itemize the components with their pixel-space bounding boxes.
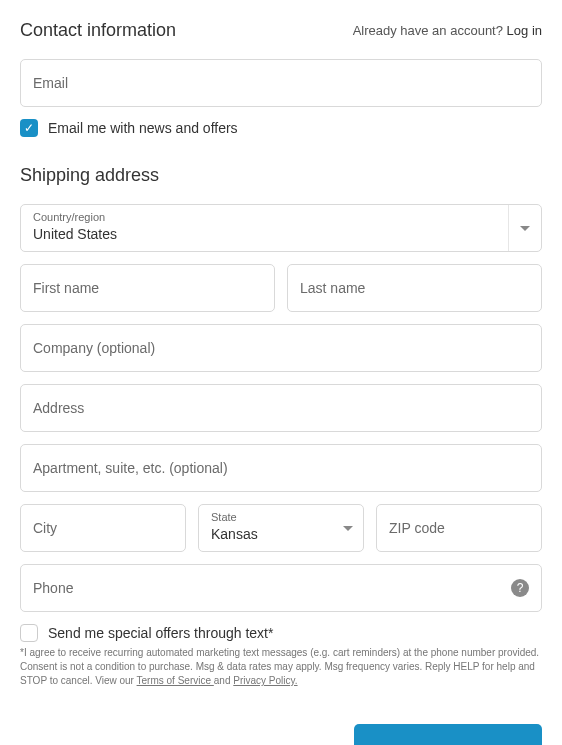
company-field-wrapper[interactable] bbox=[20, 324, 542, 372]
continue-button[interactable]: Continue to shipping bbox=[354, 724, 542, 745]
login-prompt: Already have an account? Log in bbox=[353, 23, 542, 38]
email-field-wrapper[interactable] bbox=[20, 59, 542, 107]
privacy-link[interactable]: Privacy Policy. bbox=[233, 675, 297, 686]
chevron-down-icon bbox=[343, 526, 353, 531]
check-icon: ✓ bbox=[24, 122, 34, 134]
sms-checkbox-label: Send me special offers through text* bbox=[48, 625, 273, 641]
apartment-field[interactable] bbox=[33, 460, 529, 476]
news-checkbox-label: Email me with news and offers bbox=[48, 120, 238, 136]
state-value[interactable] bbox=[211, 526, 333, 542]
news-checkbox[interactable]: ✓ bbox=[20, 119, 38, 137]
phone-field-wrapper[interactable]: ? bbox=[20, 564, 542, 612]
country-select[interactable]: Country/region bbox=[20, 204, 542, 252]
city-field[interactable] bbox=[33, 520, 173, 536]
chevron-down-icon bbox=[520, 226, 530, 231]
last-name-field-wrapper[interactable] bbox=[287, 264, 542, 312]
shipping-heading: Shipping address bbox=[20, 165, 542, 186]
state-label: State bbox=[211, 511, 237, 523]
contact-heading: Contact information bbox=[20, 20, 176, 41]
state-caret[interactable] bbox=[333, 505, 363, 551]
address-field-wrapper[interactable] bbox=[20, 384, 542, 432]
fine-print: *I agree to receive recurring automated … bbox=[20, 646, 542, 688]
phone-field[interactable] bbox=[33, 580, 503, 596]
zip-field[interactable] bbox=[389, 520, 529, 536]
first-name-field-wrapper[interactable] bbox=[20, 264, 275, 312]
login-prompt-text: Already have an account? bbox=[353, 23, 503, 38]
apartment-field-wrapper[interactable] bbox=[20, 444, 542, 492]
first-name-field[interactable] bbox=[33, 280, 262, 296]
company-field[interactable] bbox=[33, 340, 529, 356]
zip-field-wrapper[interactable] bbox=[376, 504, 542, 552]
login-link[interactable]: Log in bbox=[507, 23, 542, 38]
last-name-field[interactable] bbox=[300, 280, 529, 296]
state-select[interactable]: State bbox=[198, 504, 364, 552]
country-label: Country/region bbox=[33, 211, 105, 223]
city-field-wrapper[interactable] bbox=[20, 504, 186, 552]
email-field[interactable] bbox=[33, 75, 529, 91]
country-value[interactable] bbox=[33, 226, 508, 242]
tos-link[interactable]: Terms of Service bbox=[137, 675, 214, 686]
fine-print-and: and bbox=[214, 675, 233, 686]
country-caret[interactable] bbox=[508, 205, 541, 251]
phone-help-icon[interactable]: ? bbox=[511, 579, 529, 597]
address-field[interactable] bbox=[33, 400, 529, 416]
sms-checkbox[interactable] bbox=[20, 624, 38, 642]
